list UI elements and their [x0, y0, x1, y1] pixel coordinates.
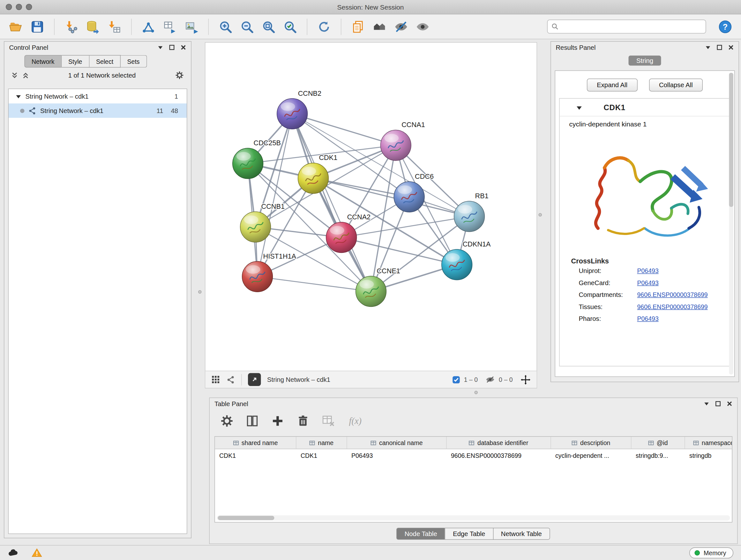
delete-column-button[interactable]: [294, 413, 312, 430]
table-cell[interactable]: CDK1: [296, 449, 347, 462]
network-graph[interactable]: CCNB2CCNA1CDC25BCDK1CDC6RB1CCNB1CCNA2CDK…: [205, 43, 537, 371]
table-export-icon: [163, 19, 177, 34]
results-scrollbar[interactable]: [729, 73, 734, 374]
column-header-canonical-name[interactable]: canonical name: [347, 437, 447, 449]
table-row[interactable]: CDK1CDK1P064939606.ENSP00000378699cyclin…: [215, 449, 732, 462]
tab-select[interactable]: Select: [89, 55, 121, 68]
panel-close-icon[interactable]: [728, 45, 734, 51]
network-collection-row[interactable]: String Network – cdk1 1: [9, 89, 187, 104]
panel-close-icon[interactable]: [727, 401, 732, 407]
collapse-all-tree-icon[interactable]: [11, 71, 18, 79]
show-panel-button[interactable]: [414, 17, 432, 36]
search-input[interactable]: [562, 23, 702, 30]
table-cell[interactable]: stringdb: [685, 449, 733, 462]
panel-menu-icon[interactable]: [705, 45, 711, 51]
panel-close-icon[interactable]: [181, 45, 186, 51]
zoom-in-button[interactable]: [216, 17, 234, 36]
network-edge-CCNA2-CDKN1A[interactable]: [341, 238, 457, 265]
tab-sets[interactable]: Sets: [121, 55, 147, 68]
crosslink-value-link[interactable]: P06493: [637, 315, 659, 322]
table-cell[interactable]: 9606.ENSP00000378699: [447, 449, 551, 462]
external-link-icon: [251, 376, 258, 383]
import-network-file-button[interactable]: [62, 17, 80, 36]
tab-edge-table[interactable]: Edge Table: [445, 528, 493, 540]
section-collapse-icon[interactable]: [576, 105, 583, 111]
column-header-database-identifier[interactable]: database identifier: [447, 437, 551, 449]
control-panel-title: Control Panel: [9, 44, 49, 51]
zoom-out-button[interactable]: [238, 17, 256, 36]
import-network-database-button[interactable]: [84, 17, 102, 36]
home-view-button[interactable]: [370, 17, 389, 36]
table-cell[interactable]: stringdb:9...: [631, 449, 685, 462]
panel-float-icon[interactable]: [715, 401, 721, 407]
open-in-browser-button[interactable]: [248, 373, 261, 386]
horizontal-splitter-handle[interactable]: [475, 391, 478, 394]
new-network-button[interactable]: [139, 17, 158, 36]
panel-menu-icon[interactable]: [158, 45, 163, 51]
node-gloss-highlight: [360, 280, 374, 289]
share-network-icon[interactable]: [226, 375, 235, 384]
crosslink-value-link[interactable]: P06493: [637, 279, 659, 287]
function-builder-button[interactable]: f(x): [349, 416, 362, 426]
node-label-CDC25B: CDC25B: [254, 139, 281, 147]
tree-expand-icon[interactable]: [15, 93, 22, 100]
open-session-button[interactable]: [7, 17, 25, 36]
tab-style[interactable]: Style: [62, 55, 89, 68]
column-header--id[interactable]: @id: [631, 437, 685, 449]
tab-network-table[interactable]: Network Table: [493, 528, 550, 540]
string-network-icon: [28, 107, 37, 115]
show-columns-button[interactable]: [244, 413, 261, 430]
vertical-splitter-handle[interactable]: [198, 290, 202, 294]
column-header-description[interactable]: description: [551, 437, 631, 449]
cloud-icon[interactable]: [8, 549, 19, 557]
table-cell[interactable]: CDK1: [215, 449, 296, 462]
warning-icon[interactable]: [31, 548, 42, 557]
help-button[interactable]: ?: [716, 17, 734, 36]
results-splitter-handle[interactable]: [539, 213, 542, 217]
table-options-button[interactable]: [218, 413, 235, 430]
tab-string[interactable]: String: [629, 56, 661, 66]
panel-menu-icon[interactable]: [704, 401, 710, 407]
birds-eye-view-icon[interactable]: [211, 375, 220, 384]
tab-network[interactable]: Network: [24, 55, 62, 68]
zoom-fit-button[interactable]: [259, 17, 278, 36]
export-image-button[interactable]: [183, 17, 201, 36]
table-cell[interactable]: P06493: [347, 449, 447, 462]
collapse-all-button[interactable]: Collapse All: [649, 78, 703, 91]
refresh-layout-button[interactable]: [315, 17, 333, 36]
tab-node-table[interactable]: Node Table: [396, 528, 445, 540]
search-icon: [551, 23, 559, 30]
selected-checkbox-icon[interactable]: [453, 376, 460, 383]
hidden-eye-slash-icon[interactable]: [485, 376, 495, 383]
network-edge-CCNB2-CCNA1[interactable]: [292, 114, 396, 145]
column-header-namespace[interactable]: namespace: [685, 437, 733, 449]
memory-button[interactable]: Memory: [689, 547, 733, 558]
column-header-name[interactable]: name: [296, 437, 347, 449]
crosslink-value-link[interactable]: P06493: [637, 267, 659, 274]
expand-all-tree-icon[interactable]: [22, 71, 29, 79]
copy-document-button[interactable]: [349, 17, 367, 36]
create-column-button[interactable]: [269, 413, 286, 430]
expand-all-button[interactable]: Expand All: [587, 78, 637, 91]
network-options-gear-icon[interactable]: [175, 71, 185, 80]
gene-symbol: CDK1: [604, 104, 625, 112]
import-table-file-button[interactable]: [105, 17, 124, 36]
zoom-selected-button[interactable]: [281, 17, 299, 36]
column-header-shared-name[interactable]: shared name: [215, 437, 296, 449]
panel-float-icon[interactable]: [169, 45, 175, 51]
delete-table-button[interactable]: [320, 413, 337, 430]
network-edge-CCNB2-CCNE1[interactable]: [292, 114, 371, 291]
pan-crosshair-icon[interactable]: [521, 374, 531, 385]
table-cell[interactable]: cyclin-dependent ...: [551, 449, 631, 462]
column-header-label: name: [318, 439, 333, 447]
save-session-button[interactable]: [28, 17, 47, 36]
network-row[interactable]: String Network – cdk1 11 48: [9, 104, 187, 118]
table-horizontal-scrollbar[interactable]: [217, 515, 730, 521]
control-panel-header: Control Panel: [4, 42, 191, 53]
crosslink-value-link[interactable]: 9606.ENSP00000378699: [637, 303, 708, 311]
export-table-button[interactable]: [161, 17, 179, 36]
panel-float-icon[interactable]: [717, 45, 723, 51]
network-edge-HIST1H1A-CCNE1[interactable]: [258, 276, 371, 291]
hide-panel-button[interactable]: [392, 17, 410, 36]
crosslink-value-link[interactable]: 9606.ENSP00000378699: [637, 291, 708, 299]
